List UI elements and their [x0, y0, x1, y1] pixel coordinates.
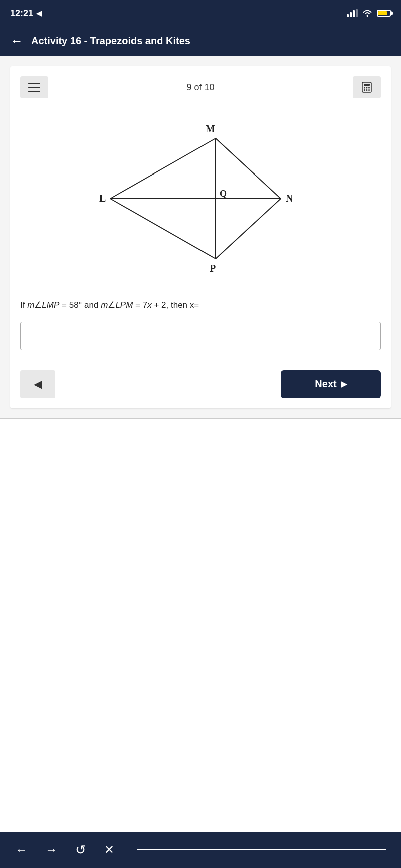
- svg-point-10: [366, 89, 367, 91]
- status-bar: 12:21 ◀: [0, 0, 401, 26]
- filler-area: [0, 419, 401, 832]
- activity-card: 9 of 10: [10, 66, 391, 408]
- svg-rect-0: [347, 14, 349, 17]
- next-button[interactable]: Next ▶: [281, 370, 381, 398]
- calculator-button[interactable]: [353, 76, 381, 98]
- svg-point-8: [368, 87, 370, 89]
- signal-icon: [347, 9, 358, 17]
- svg-rect-5: [364, 84, 370, 86]
- browser-close-button[interactable]: ✕: [104, 843, 114, 857]
- nav-bar: ← Activity 16 - Trapezoids and Kites: [0, 26, 401, 56]
- browser-url-bar[interactable]: [137, 849, 386, 850]
- bottom-nav: ◀ Next ▶: [20, 370, 381, 398]
- svg-rect-3: [356, 9, 358, 17]
- activity-title: Activity 16 - Trapezoids and Kites: [31, 35, 190, 47]
- svg-text:M: M: [206, 123, 215, 134]
- answer-input[interactable]: [20, 322, 381, 350]
- kite-diagram: M L N P Q: [20, 113, 381, 284]
- browser-forward-button[interactable]: →: [45, 843, 57, 857]
- status-time: 12:21 ◀: [10, 8, 42, 19]
- svg-point-11: [368, 89, 370, 91]
- browser-back-button[interactable]: ←: [15, 843, 27, 857]
- progress-indicator: 9 of 10: [186, 82, 214, 93]
- svg-point-9: [364, 89, 365, 91]
- svg-text:P: P: [210, 263, 216, 274]
- menu-button[interactable]: [20, 76, 48, 98]
- top-controls: 9 of 10: [20, 76, 381, 98]
- svg-text:Q: Q: [220, 189, 227, 199]
- svg-rect-2: [353, 10, 355, 17]
- battery-icon: [377, 10, 391, 17]
- status-icons: [347, 9, 391, 17]
- kite-svg: M L N P Q: [85, 113, 316, 284]
- browser-refresh-button[interactable]: ↺: [75, 842, 86, 858]
- svg-point-6: [364, 87, 365, 89]
- prev-button[interactable]: ◀: [20, 370, 55, 398]
- question-text: If m∠LMP = 58° and m∠LPM = 7x + 2, then …: [20, 299, 381, 312]
- main-content: 9 of 10: [0, 56, 401, 832]
- svg-point-7: [366, 87, 367, 89]
- back-button[interactable]: ←: [10, 33, 23, 49]
- svg-rect-1: [350, 12, 352, 17]
- svg-text:L: L: [99, 193, 106, 204]
- svg-line-15: [110, 199, 216, 259]
- location-icon: ◀: [36, 9, 42, 17]
- wifi-icon: [362, 9, 373, 17]
- svg-line-14: [216, 199, 281, 259]
- svg-line-12: [110, 138, 216, 199]
- svg-text:N: N: [286, 193, 293, 204]
- calculator-icon: [361, 81, 373, 93]
- browser-bar: ← → ↺ ✕: [0, 832, 401, 868]
